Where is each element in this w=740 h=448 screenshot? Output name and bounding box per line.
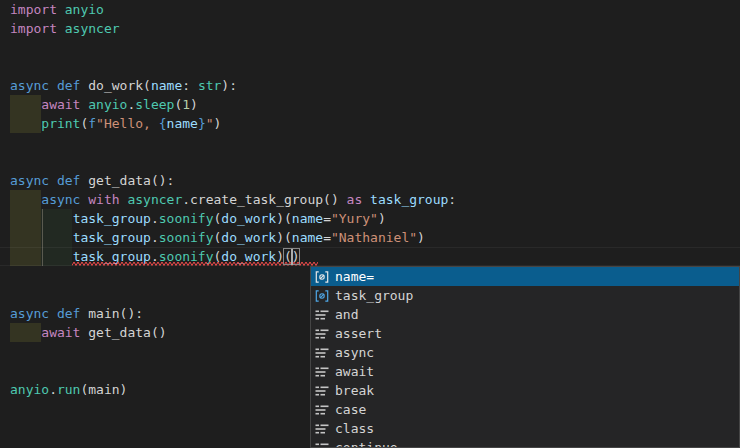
code-token: soonify [159, 230, 214, 245]
code-token: { [159, 116, 167, 131]
code-token: def [57, 306, 80, 321]
suggestion-item[interactable]: assert [311, 324, 739, 343]
code-token: = [323, 230, 331, 245]
code-token: as [347, 192, 363, 207]
keyword-icon [314, 383, 330, 399]
suggestion-item[interactable]: and [311, 305, 739, 324]
code-token: do_work [88, 78, 143, 93]
code-token [362, 192, 370, 207]
code-token: soonify [159, 211, 214, 226]
code-token: )( [276, 211, 292, 226]
code-token: "Hello, [96, 116, 159, 131]
code-token: str [198, 78, 221, 93]
keyword-icon [314, 345, 330, 361]
code-token: task_group [73, 230, 151, 245]
code-token: def [57, 78, 80, 93]
variable-icon [314, 269, 330, 285]
code-token [10, 211, 73, 226]
suggestion-item[interactable]: break [311, 381, 739, 400]
code-token: = [323, 211, 331, 226]
code-token: async [10, 78, 49, 93]
code-line[interactable]: async with asyncer.create_task_group() a… [0, 190, 740, 209]
code-token [10, 325, 41, 340]
code-token: . [182, 192, 190, 207]
suggestion-item[interactable]: name= [311, 267, 739, 286]
code-token: () [323, 192, 346, 207]
code-token: task_group [370, 192, 448, 207]
code-editor[interactable]: import anyioimport asyncerasync def do_w… [0, 0, 740, 448]
code-token: name [151, 78, 182, 93]
code-token: : [182, 78, 198, 93]
code-line[interactable]: task_group.soonify(do_work)(name="Yury") [0, 209, 740, 228]
code-token: ): [221, 78, 237, 93]
code-line[interactable]: print(f"Hello, {name}") [0, 114, 740, 133]
code-token: create_task_group [190, 192, 323, 207]
suggestion-label: and [335, 305, 358, 324]
code-token: do_work [221, 211, 276, 226]
code-token: anyio [65, 2, 104, 17]
suggestion-label: case [335, 400, 366, 419]
code-line[interactable] [0, 38, 740, 57]
code-token: (): [120, 306, 143, 321]
code-token: get_data [88, 173, 151, 188]
suggestion-item[interactable]: await [311, 362, 739, 381]
code-line[interactable]: task_group.soonify(do_work)(name="Nathan… [0, 228, 740, 247]
keyword-icon [314, 440, 330, 448]
code-line[interactable]: import asyncer [0, 19, 740, 38]
code-line[interactable] [0, 133, 740, 152]
code-line[interactable]: async def get_data(): [0, 171, 740, 190]
autocomplete-popup: name=task_groupandassertasyncawaitbreakc… [310, 266, 740, 448]
code-token: await [41, 97, 80, 112]
code-line[interactable] [0, 152, 740, 171]
code-line[interactable]: await anyio.sleep(1) [0, 95, 740, 114]
code-token: () [151, 325, 167, 340]
code-token: name [292, 230, 323, 245]
suggestion-label: assert [335, 324, 382, 343]
suggestion-label: name= [335, 267, 374, 286]
code-line[interactable]: async def do_work(name: str): [0, 76, 740, 95]
code-token: ( [143, 78, 151, 93]
code-line[interactable]: import anyio [0, 0, 740, 19]
code-token: . [49, 382, 57, 397]
code-token: ) [214, 116, 222, 131]
suggestion-item[interactable]: continue [311, 438, 739, 448]
code-token [49, 306, 57, 321]
code-token [10, 97, 41, 112]
code-token: async [41, 192, 80, 207]
code-token: name [292, 211, 323, 226]
code-token: anyio [88, 97, 127, 112]
suggestion-item[interactable]: case [311, 400, 739, 419]
code-token [57, 21, 65, 36]
keyword-icon [314, 364, 330, 380]
code-token: ) [190, 97, 198, 112]
code-token: asyncer [65, 21, 120, 36]
code-token: ) [378, 211, 386, 226]
code-token: main [88, 382, 119, 397]
code-line[interactable] [0, 57, 740, 76]
code-token: . [151, 211, 159, 226]
suggestion-label: break [335, 381, 374, 400]
keyword-icon [314, 402, 330, 418]
code-token: ) [417, 230, 425, 245]
code-token: async [10, 173, 49, 188]
code-token: async [10, 306, 49, 321]
suggestion-label: async [335, 343, 374, 362]
code-token [10, 230, 73, 245]
code-token: name [167, 116, 198, 131]
error-squiggle [72, 261, 318, 267]
suggestion-item[interactable]: class [311, 419, 739, 438]
code-token [10, 116, 41, 131]
code-token: "Yury" [331, 211, 378, 226]
code-token: import [10, 21, 57, 36]
code-token [10, 249, 73, 264]
code-token: get_data [88, 325, 151, 340]
code-token [49, 173, 57, 188]
suggestion-item[interactable]: task_group [311, 286, 739, 305]
code-token: main [88, 306, 119, 321]
code-token: await [41, 325, 80, 340]
code-token: import [10, 2, 57, 17]
suggestion-item[interactable]: async [311, 343, 739, 362]
suggestion-label: await [335, 362, 374, 381]
editor-screenshot: { "editor": { "background": "#1e1e1e", "… [0, 0, 740, 448]
code-token: } [198, 116, 206, 131]
